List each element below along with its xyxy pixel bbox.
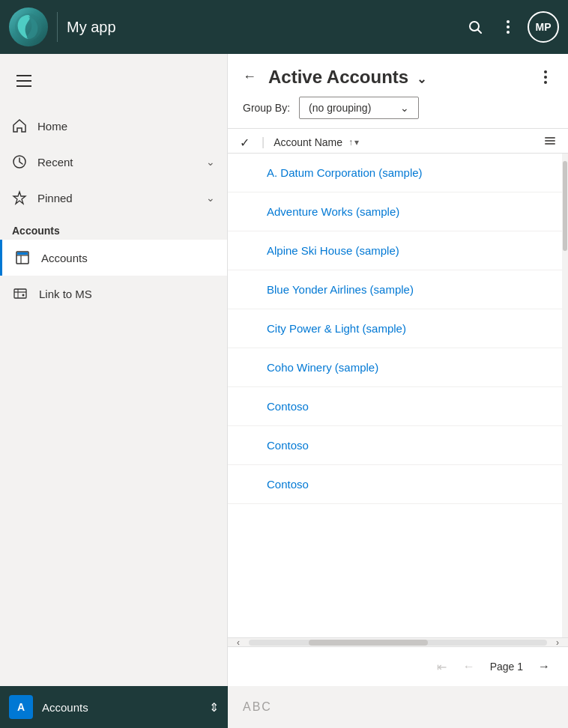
list-item[interactable]: City Power & Light (sample)	[228, 309, 562, 348]
svg-point-5	[507, 31, 510, 34]
column-divider: |	[262, 136, 265, 149]
sidebar-item-home[interactable]: Home	[0, 108, 227, 144]
column-header-row: ✓ | Account Name ↑ ▾	[228, 129, 568, 154]
clock-icon	[12, 154, 27, 169]
list-item[interactable]: Adventure Works (sample)	[228, 192, 562, 231]
svg-rect-20	[545, 143, 555, 145]
bottom-abc-text: ABC	[243, 700, 272, 714]
user-avatar-button[interactable]: MP	[528, 11, 559, 43]
account-name: Contoso	[267, 478, 309, 491]
content-header: ← Active Accounts ⌄ Group By: (no groupi…	[228, 54, 568, 129]
list-item[interactable]: Blue Yonder Airlines (sample)	[228, 270, 562, 309]
svg-rect-18	[545, 137, 555, 139]
link-icon	[12, 285, 28, 302]
right-scrollbar[interactable]	[562, 154, 568, 637]
sidebar-item-label-pinned: Pinned	[37, 192, 196, 204]
accounts-table-icon	[14, 249, 31, 266]
first-page-button[interactable]: ⇤	[430, 655, 454, 679]
h-scroll-track	[249, 640, 547, 646]
svg-rect-10	[17, 252, 28, 255]
account-name: Coho Winery (sample)	[267, 361, 378, 374]
main-layout: Home Recent ⌄ Pinned ⌄ Accounts	[0, 54, 568, 686]
bottom-right: ABC	[228, 686, 568, 728]
list-item[interactable]: Contoso	[228, 387, 562, 426]
title-chevron-icon: ⌄	[417, 73, 426, 85]
h-scroll-thumb	[309, 640, 428, 646]
check-mark: ✓	[240, 136, 250, 150]
back-button[interactable]: ←	[243, 66, 262, 88]
list-item[interactable]: A. Datum Corporation (sample)	[228, 154, 562, 192]
home-icon	[12, 118, 27, 133]
hamburger-icon	[16, 75, 31, 87]
sidebar-item-pinned[interactable]: Pinned ⌄	[0, 180, 227, 216]
account-name: Contoso	[267, 439, 309, 452]
sidebar-item-link-to-ms[interactable]: Link to MS	[0, 276, 227, 312]
bottom-chevron-icon: ⇕	[209, 700, 219, 715]
sidebar-item-label-link-to-ms: Link to MS	[39, 288, 92, 300]
account-name: Blue Yonder Airlines (sample)	[267, 283, 414, 296]
page-label: Page 1	[484, 661, 529, 673]
pin-icon	[12, 190, 27, 205]
pinned-chevron-icon: ⌄	[206, 192, 215, 204]
group-by-value: (no grouping)	[309, 102, 371, 114]
group-by-chevron-icon: ⌄	[400, 102, 409, 114]
sidebar: Home Recent ⌄ Pinned ⌄ Accounts	[0, 54, 228, 686]
list-item[interactable]: Coho Winery (sample)	[228, 348, 562, 387]
horizontal-scrollbar: ‹ ›	[228, 637, 568, 646]
group-by-label: Group By:	[243, 102, 290, 114]
svg-point-3	[507, 20, 510, 23]
list-item[interactable]: Alpine Ski House (sample)	[228, 231, 562, 270]
sort-asc-icon: ↑	[348, 137, 353, 148]
app-logo	[9, 7, 48, 46]
accounts-list: A. Datum Corporation (sample) Adventure …	[228, 154, 562, 637]
sort-desc-icon: ▾	[354, 137, 359, 148]
title-text: Active Accounts	[268, 67, 408, 87]
sidebar-item-recent[interactable]: Recent ⌄	[0, 144, 227, 180]
group-by-select[interactable]: (no grouping) ⌄	[299, 97, 419, 119]
svg-line-2	[478, 30, 482, 34]
content-body: A. Datum Corporation (sample) Adventure …	[228, 154, 568, 637]
group-by-row: Group By: (no grouping) ⌄	[243, 97, 553, 119]
sidebar-item-label-accounts: Accounts	[41, 252, 88, 264]
sidebar-item-label-home: Home	[37, 120, 215, 133]
bottom-bar-label: Accounts	[42, 701, 200, 714]
svg-rect-11	[14, 289, 26, 298]
account-name: City Power & Light (sample)	[267, 322, 406, 335]
svg-point-4	[507, 25, 510, 28]
top-header: My app MP	[0, 0, 568, 54]
sidebar-top	[0, 54, 227, 108]
search-button[interactable]	[462, 13, 489, 40]
svg-rect-19	[545, 140, 555, 142]
header-actions: MP	[462, 11, 559, 43]
app-title: My app	[67, 19, 462, 36]
next-page-button[interactable]: →	[532, 655, 556, 679]
svg-point-15	[544, 70, 547, 73]
bottom-bar: A Accounts ⇕ ABC	[0, 686, 568, 728]
bottom-accounts-switcher[interactable]: A Accounts ⇕	[0, 686, 228, 728]
account-name: Alpine Ski House (sample)	[267, 244, 399, 257]
sort-icons: ↑ ▾	[348, 137, 359, 148]
header-divider	[57, 12, 58, 42]
prev-page-button[interactable]: ←	[457, 655, 481, 679]
scroll-thumb	[563, 161, 567, 251]
list-item[interactable]: Contoso	[228, 426, 562, 465]
list-item[interactable]: Contoso	[228, 465, 562, 504]
content-more-button[interactable]	[538, 67, 553, 87]
pin-column-icon[interactable]	[544, 135, 556, 150]
account-name: A. Datum Corporation (sample)	[267, 166, 423, 179]
sidebar-section-accounts: Accounts	[0, 216, 227, 240]
page-title: Active Accounts ⌄	[268, 67, 532, 88]
content-panel: ← Active Accounts ⌄ Group By: (no groupi…	[228, 54, 568, 686]
account-name: Contoso	[267, 400, 309, 413]
sidebar-item-label-recent: Recent	[37, 156, 196, 169]
sidebar-item-accounts[interactable]: Accounts	[0, 240, 227, 276]
svg-point-14	[22, 294, 25, 297]
more-options-button[interactable]	[495, 13, 522, 40]
pagination-row: ⇤ ← Page 1 →	[228, 646, 568, 686]
bottom-avatar: A	[9, 695, 33, 719]
account-name: Adventure Works (sample)	[267, 205, 399, 218]
recent-chevron-icon: ⌄	[206, 156, 215, 168]
column-header-account-name[interactable]: Account Name	[274, 136, 342, 148]
hamburger-button[interactable]	[6, 63, 42, 99]
content-header-top: ← Active Accounts ⌄	[243, 66, 553, 88]
